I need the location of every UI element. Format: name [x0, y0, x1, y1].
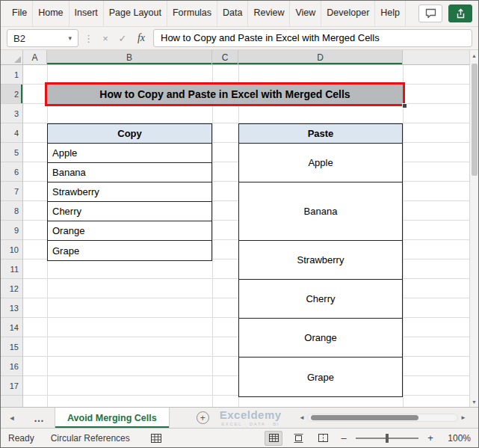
copy-table-body: AppleBananaStrawberryCherryOrangeGrape [48, 144, 211, 260]
formula-input[interactable]: How to Copy and Paste in Excel with Merg… [153, 29, 472, 47]
horizontal-scrollbar[interactable]: ◄ ► [299, 414, 466, 422]
paste-cell-cherry[interactable]: Cherry [239, 280, 402, 319]
scroll-down-icon[interactable]: ▼ [470, 396, 478, 407]
row-header-12[interactable]: 12 [1, 279, 22, 298]
ribbon-tab-view[interactable]: View [290, 1, 321, 26]
zoom-slider-thumb[interactable] [386, 434, 389, 443]
row-header-10[interactable]: 10 [1, 240, 22, 260]
ribbon-tab-list: FileHomeInsertPage LayoutFormulasDataRev… [7, 1, 406, 26]
paste-cell-orange[interactable]: Orange [239, 319, 402, 358]
copy-cell-strawberry[interactable]: Strawberry [48, 182, 211, 202]
cells-area[interactable]: How to Copy and Paste in Excel with Merg… [23, 65, 469, 407]
ribbon-tab-data[interactable]: Data [217, 1, 248, 26]
vertical-scrollbar[interactable]: ▲ ▼ [469, 50, 478, 407]
column-header-a[interactable]: A [23, 50, 47, 64]
row-headers: 1234567891011121314151617 [1, 65, 23, 407]
sheet-tab-bar: ◄ … Avoid Merging Cells + Exceldemy EXCE… [1, 407, 478, 428]
view-page-layout-button[interactable] [289, 431, 307, 446]
zoom-level-label[interactable]: 100% [442, 433, 471, 444]
ribbon-tab-home[interactable]: Home [33, 1, 69, 26]
ribbon-tab-insert[interactable]: Insert [69, 1, 104, 26]
row-header-5[interactable]: 5 [1, 143, 22, 162]
horizontal-scroll-thumb[interactable] [311, 415, 418, 420]
page-break-icon [318, 434, 328, 442]
comments-button[interactable] [418, 4, 442, 22]
row-header-3[interactable]: 3 [1, 104, 22, 123]
ribbon-tab-review[interactable]: Review [248, 1, 290, 26]
row-header-15[interactable]: 15 [1, 337, 22, 357]
column-headers: ABCD [23, 50, 403, 64]
name-box-value: B2 [13, 33, 25, 44]
paste-cell-apple[interactable]: Apple [239, 144, 402, 182]
copy-cell-orange[interactable]: Orange [48, 221, 211, 241]
ribbon-tab-formulas[interactable]: Formulas [167, 1, 217, 26]
sheet-nav-left-icon[interactable]: ◄ [1, 414, 23, 422]
column-header-c[interactable]: C [212, 50, 238, 64]
row-header-7[interactable]: 7 [1, 182, 22, 201]
gridline [403, 65, 404, 407]
row-header-11[interactable]: 11 [1, 260, 22, 279]
normal-view-icon [269, 434, 279, 442]
paste-table-body: AppleBananaStrawberryCherryOrangeGrape [239, 144, 402, 396]
ribbon-tab-file[interactable]: File [7, 1, 33, 26]
column-header-d[interactable]: D [238, 50, 403, 64]
sheet-tab-avoid-merging-cells[interactable]: Avoid Merging Cells [55, 408, 170, 428]
row-header-1[interactable]: 1 [1, 65, 22, 85]
zoom-in-button[interactable]: + [425, 432, 436, 444]
horizontal-scroll-track[interactable] [307, 414, 458, 422]
view-page-break-button[interactable] [314, 431, 332, 446]
select-all-corner[interactable] [1, 50, 23, 64]
zoom-out-button[interactable]: – [339, 432, 349, 444]
paste-table-header-cell[interactable]: Paste [239, 124, 402, 144]
fill-handle[interactable] [402, 103, 407, 108]
enter-button[interactable]: ✓ [116, 33, 129, 44]
row-header-14[interactable]: 14 [1, 318, 22, 337]
ribbon-right-buttons [418, 4, 472, 22]
insert-function-button[interactable]: fx [133, 32, 149, 44]
copy-table: Copy AppleBananaStrawberryCherryOrangeGr… [47, 123, 212, 261]
copy-cell-grape[interactable]: Grape [48, 241, 211, 260]
row-header-2[interactable]: 2 [1, 85, 22, 104]
vertical-dots-icon: ⋮ [82, 33, 95, 44]
ribbon-tab-developer[interactable]: Developer [321, 1, 375, 26]
status-bar: Ready Circular References [1, 428, 478, 447]
paste-cell-grape[interactable]: Grape [239, 358, 402, 396]
paste-cell-strawberry[interactable]: Strawberry [239, 241, 402, 280]
row-header-16[interactable]: 16 [1, 357, 22, 376]
watermark-title: Exceldemy [220, 409, 282, 420]
scroll-up-icon[interactable]: ▲ [470, 50, 478, 61]
copy-table-header-cell[interactable]: Copy [48, 124, 211, 144]
copy-cell-apple[interactable]: Apple [48, 144, 211, 163]
row-header-6[interactable]: 6 [1, 162, 22, 182]
red-highlight-box: How to Copy and Paste in Excel with Merg… [45, 82, 405, 106]
excel-window: FileHomeInsertPage LayoutFormulasDataRev… [0, 0, 479, 448]
status-sheet-icon[interactable] [151, 434, 161, 443]
merged-title-cell[interactable]: How to Copy and Paste in Excel with Merg… [47, 85, 403, 104]
scroll-right-icon[interactable]: ► [460, 414, 466, 421]
chevron-down-icon[interactable]: ▾ [68, 34, 72, 42]
column-header-row: ABCD [1, 50, 478, 65]
copy-cell-banana[interactable]: Banana [48, 163, 211, 182]
ribbon-tab-help[interactable]: Help [375, 1, 406, 26]
row-header-4[interactable]: 4 [1, 123, 22, 143]
view-normal-button[interactable] [265, 431, 282, 446]
copy-cell-cherry[interactable]: Cherry [48, 202, 211, 221]
new-sheet-button[interactable]: + [197, 411, 209, 424]
row-header-13[interactable]: 13 [1, 298, 22, 318]
column-header-b[interactable]: B [47, 50, 212, 64]
grid-body: 1234567891011121314151617 How to Copy an… [1, 65, 469, 407]
circular-references-status[interactable]: Circular References [51, 433, 130, 444]
exceldemy-watermark: Exceldemy EXCEL · DATA · BI [220, 409, 282, 426]
row-header-17[interactable]: 17 [1, 376, 22, 396]
share-button[interactable] [448, 4, 472, 22]
more-sheets-ellipsis[interactable]: … [23, 412, 55, 424]
cancel-button[interactable]: × [99, 33, 112, 44]
name-box[interactable]: B2 ▾ [7, 29, 78, 47]
row-header-9[interactable]: 9 [1, 221, 22, 240]
scroll-left-icon[interactable]: ◄ [299, 414, 305, 421]
ribbon-tab-page-layout[interactable]: Page Layout [104, 1, 167, 26]
paste-cell-banana[interactable]: Banana [239, 182, 402, 241]
vertical-scroll-thumb[interactable] [472, 64, 478, 176]
zoom-slider[interactable] [356, 434, 418, 443]
row-header-8[interactable]: 8 [1, 201, 22, 221]
